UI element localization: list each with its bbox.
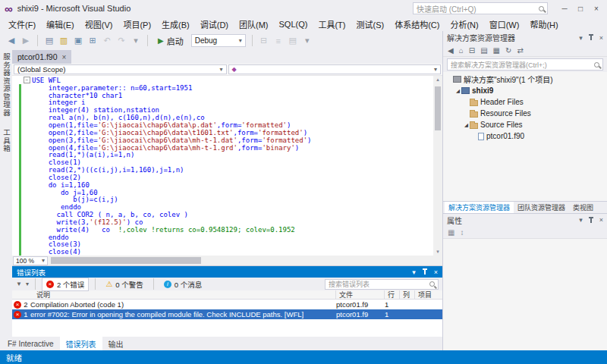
window-position-icon[interactable]: ▾ <box>579 34 583 42</box>
menu-item[interactable]: 编辑(E) <box>41 17 80 32</box>
menu-item[interactable]: 团队(M) <box>234 17 274 32</box>
home-icon[interactable]: ⌂ <box>459 46 464 55</box>
code-line[interactable]: read(2,*)((c(i,j),i=1,160),j=1,n) <box>12 166 433 174</box>
error-list-title-bar[interactable]: 错误列表 ▾ × <box>12 266 442 278</box>
messages-filter-button[interactable]: i 0 个消息 <box>160 278 206 290</box>
properties-page-icon[interactable]: ▤ <box>480 46 487 55</box>
refresh-icon[interactable]: ↻ <box>505 46 511 55</box>
menu-item[interactable]: SQL(Q) <box>274 18 313 30</box>
tree-expander-icon[interactable]: ◢ <box>454 88 461 94</box>
bottom-tab[interactable]: F# Interactive <box>2 338 60 350</box>
code-line[interactable]: open(1,file='G:\jiaocai\chap6\data\p.dat… <box>12 121 433 129</box>
filter-icon[interactable]: ▼ <box>16 281 22 287</box>
menu-item[interactable]: 帮助(H) <box>524 17 563 32</box>
column-header[interactable]: 文件 <box>336 290 385 300</box>
toolbar-options-icon[interactable]: ▾ <box>302 36 313 46</box>
menu-item[interactable]: 生成(B) <box>156 17 195 32</box>
menu-item[interactable]: 体系结构(C) <box>389 17 445 32</box>
chevron-down-icon[interactable]: ▾ <box>26 281 29 287</box>
side-dock-tab[interactable]: 服务器资源管理器 <box>1 53 11 117</box>
member-dropdown[interactable]: ◆ ▾ <box>228 64 442 74</box>
column-header[interactable]: 行 <box>385 290 400 300</box>
start-debug-button[interactable]: ▶启动 <box>154 34 187 48</box>
open-file-icon[interactable]: ▥ <box>58 36 69 46</box>
maximize-button[interactable]: □ <box>573 5 588 13</box>
tree-item[interactable]: ◢shixi9 <box>443 85 607 96</box>
scope-dropdown[interactable]: (Global Scope) ▾ <box>14 64 227 74</box>
zoom-dropdown[interactable]: 100 % ▾ <box>13 256 48 265</box>
chevron-down-icon[interactable]: ▾ <box>131 36 141 46</box>
menu-item[interactable]: 窗口(W) <box>484 17 525 32</box>
menu-item[interactable]: 工具(T) <box>313 17 351 32</box>
panel-tab[interactable]: 解决方案资源管理器 <box>445 202 514 213</box>
code-line[interactable]: open(3,file='G:\jiaocai\chap6\data\mh-t-… <box>12 136 433 144</box>
fold-collapse-icon[interactable]: − <box>21 77 32 83</box>
column-header[interactable]: 说明 <box>33 290 336 300</box>
code-line[interactable]: integer,parameter:: n=60,start=1951 <box>12 84 433 92</box>
nav-forward-icon[interactable]: ▶ <box>20 36 31 46</box>
menu-item[interactable]: 分析(N) <box>445 17 483 32</box>
errors-filter-button[interactable]: × 2 个错误 <box>42 278 89 291</box>
window-position-icon[interactable]: ▾ <box>412 268 416 276</box>
code-line[interactable]: open(4,file='G:\jiaocai\chap6\data\mh-t-… <box>12 144 433 152</box>
code-line[interactable]: close(1) <box>12 158 433 166</box>
code-line[interactable]: close(2) <box>12 174 433 181</box>
show-all-files-icon[interactable]: ▦ <box>493 46 500 55</box>
editor-horizontal-scrollbar[interactable] <box>48 256 442 265</box>
collapse-all-icon[interactable]: ⊟ <box>469 46 475 55</box>
scroll-up-icon[interactable]: ▴ <box>433 77 442 83</box>
window-position-icon[interactable]: ▾ <box>579 216 583 224</box>
properties-title-bar[interactable]: 属性 ▾ × <box>443 213 607 226</box>
undo-icon[interactable]: ↶ <box>102 36 112 46</box>
vertical-scroll-thumb[interactable] <box>435 86 441 130</box>
menu-item[interactable]: 调试(D) <box>195 17 234 32</box>
redo-icon[interactable]: ↷ <box>116 36 127 46</box>
minimize-button[interactable]: ─ <box>557 5 572 13</box>
nav-back-icon[interactable]: ◀ <box>6 36 17 46</box>
bottom-tab[interactable]: 错误列表 <box>60 337 102 351</box>
panel-tab[interactable]: 类视图 <box>569 202 597 213</box>
close-button[interactable]: × <box>589 5 604 13</box>
pin-icon[interactable] <box>588 34 594 41</box>
code-line[interactable]: real a(n), b(n), c(160,n),d(n),e(n),co <box>12 114 433 121</box>
back-icon[interactable]: ◀ <box>448 46 454 55</box>
comment-icon[interactable]: ▤ <box>288 36 298 46</box>
horizontal-scroll-thumb[interactable] <box>51 257 201 264</box>
column-header[interactable]: 列 <box>400 290 415 300</box>
close-panel-icon[interactable]: × <box>599 216 603 224</box>
warnings-filter-button[interactable]: ⚠ 0 个警告 <box>102 278 146 290</box>
menu-item[interactable]: 测试(S) <box>351 17 389 32</box>
sync-icon[interactable]: ⇄ <box>517 46 523 55</box>
close-panel-icon[interactable]: × <box>599 34 603 42</box>
column-header[interactable] <box>12 290 33 300</box>
code-line[interactable]: enddo <box>12 203 433 211</box>
code-line[interactable]: write(3,'(f12.5)') co <box>12 218 433 226</box>
quick-launch-input[interactable]: 快速启动 (Ctrl+Q) <box>413 2 548 14</box>
find-icon[interactable]: ≡ <box>273 36 284 46</box>
scroll-down-icon[interactable]: ▾ <box>433 249 442 255</box>
bottom-tab[interactable]: 输出 <box>102 337 130 351</box>
editor-vertical-scrollbar[interactable]: ▴ ▾ <box>433 76 442 256</box>
build-icon[interactable]: ⊟ <box>259 36 269 46</box>
tree-item[interactable]: Header Files <box>443 96 607 108</box>
code-line[interactable]: open(2,file='G:\jiaocai\chap6\data\t1601… <box>12 129 433 136</box>
pin-icon[interactable] <box>588 217 594 224</box>
code-line[interactable]: character*10 char1 <box>12 92 433 99</box>
solution-explorer-search-input[interactable]: 搜索解决方案资源管理器(Ctrl+;) <box>447 58 603 71</box>
solution-explorer-title-bar[interactable]: 解决方案资源管理器 ▾ × <box>443 31 607 44</box>
code-line[interactable]: write(4) co !,colev !returns co=0.954812… <box>12 226 433 234</box>
code-line[interactable]: −USE WFL <box>12 77 433 84</box>
code-line[interactable]: do j=1,60 <box>12 189 433 196</box>
code-line[interactable]: b(j)=c(i,j) <box>12 196 433 204</box>
tree-expander-icon[interactable]: ◢ <box>463 122 470 128</box>
tree-item[interactable]: 解决方案"shixi9"(1 个项目) <box>443 74 607 85</box>
save-all-icon[interactable]: ⊞ <box>87 36 98 46</box>
pin-icon[interactable] <box>422 268 428 275</box>
code-line[interactable]: close(4) <box>12 248 433 256</box>
error-row[interactable]: ×2Compilation Aborted (code 1)ptcor01.f9… <box>12 300 442 309</box>
code-line[interactable]: call COR2 ( n, a, b, co, colev ) <box>12 211 433 218</box>
code-line[interactable]: close(3) <box>12 241 433 249</box>
code-area[interactable]: −USE WFL integer,parameter:: n=60,start=… <box>12 77 433 256</box>
document-tab[interactable]: ptcor01.f90 × <box>12 50 71 64</box>
code-line[interactable]: do i=1,160 <box>12 181 433 189</box>
